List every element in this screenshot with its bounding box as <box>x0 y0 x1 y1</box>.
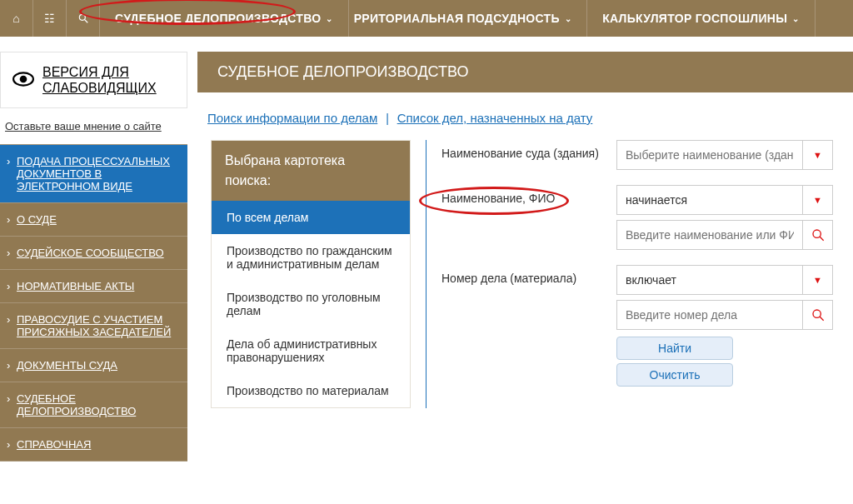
sidebar-item-regulations[interactable]: НОРМАТИВНЫЕ АКТЫ <box>0 269 187 302</box>
card-index-panel: Выбрана картотека поиска: По всем делам … <box>211 140 411 408</box>
chevron-down-icon: ⌄ <box>565 14 571 23</box>
top-nav: ⌂ ☷ СУДЕБНОЕ ДЕЛОПРОИЗВОДСТВО ⌄ РРИТОРИА… <box>0 0 853 37</box>
svg-point-6 <box>813 310 821 317</box>
card-index-heading: Выбрана картотека поиска: <box>212 141 410 201</box>
field-label: Номер дела (материала) <box>441 265 616 285</box>
links-row: Поиск информации по делам | Список дел, … <box>187 92 853 140</box>
link-search-cases[interactable]: Поиск информации по делам <box>207 111 377 125</box>
case-number-input-box <box>616 300 833 330</box>
left-column: ВЕРСИЯ ДЛЯ СЛАБОВИДЯЩИХ Оставьте ваше мн… <box>0 37 187 462</box>
nav-label: СУДЕБНОЕ ДЕЛОПРОИЗВОДСТВО <box>115 12 321 25</box>
party-name-input-box <box>616 220 833 250</box>
nav-fee-calculator[interactable]: КАЛЬКУЛЯТОР ГОСПОШЛИНЫ ⌄ <box>587 0 815 37</box>
card-item-admin-offences[interactable]: Дела об административных правонарушениях <box>212 327 410 374</box>
field-court-name: Наименование суда (здания) <box>441 140 833 175</box>
svg-point-3 <box>20 75 27 82</box>
eye-icon <box>12 70 34 91</box>
chevron-down-icon: ⌄ <box>792 14 799 23</box>
card-item-criminal[interactable]: Производство по уголовным делам <box>212 281 410 327</box>
card-index-list: По всем делам Производство по граждански… <box>212 201 410 407</box>
link-list-by-date[interactable]: Список дел, назначенных на дату <box>397 111 593 125</box>
party-match-mode-select[interactable]: начинается <box>616 185 833 215</box>
sidebar-item-court-proceedings[interactable]: СУДЕБНОЕ ДЕЛОПРОИЗВОДСТВО <box>0 382 187 427</box>
sidebar: ПОДАЧА ПРОЦЕССУАЛЬНЫХ ДОКУМЕНТОВ В ЭЛЕКТ… <box>0 144 187 462</box>
sidebar-item-jury[interactable]: ПРАВОСУДИЕ С УЧАСТИЕМ ПРИСЯЖНЫХ ЗАСЕДАТЕ… <box>0 302 187 348</box>
search-icon[interactable] <box>802 301 832 329</box>
accessibility-block[interactable]: ВЕРСИЯ ДЛЯ СЛАБОВИДЯЩИХ <box>0 52 187 108</box>
nav-territorial[interactable]: РРИТОРИАЛЬНАЯ ПОДСУДНОСТЬ ⌄ <box>349 0 587 37</box>
separator: | <box>386 112 389 125</box>
field-label: Наименование, ФИО <box>441 185 616 205</box>
court-name-select[interactable] <box>616 140 833 170</box>
chevron-down-icon: ⌄ <box>326 14 332 23</box>
sitemap-icon[interactable]: ☷ <box>33 0 67 37</box>
search-icon[interactable] <box>802 221 832 249</box>
find-button[interactable]: Найти <box>616 337 733 360</box>
sidebar-item-reference[interactable]: СПРАВОЧНАЯ <box>0 427 187 462</box>
case-number-input[interactable] <box>617 301 802 329</box>
search-icon[interactable] <box>67 0 100 37</box>
card-item-materials[interactable]: Производство по материалам <box>212 374 410 407</box>
svg-line-1 <box>84 20 87 23</box>
case-match-mode-select[interactable]: включает <box>616 265 833 295</box>
sidebar-item-about-court[interactable]: О СУДЕ <box>0 202 187 236</box>
sidebar-item-court-docs[interactable]: ДОКУМЕНТЫ СУДА <box>0 348 187 382</box>
svg-line-5 <box>820 237 824 241</box>
button-group: Найти Очистить <box>616 337 833 387</box>
feedback-link[interactable]: Оставьте ваше мнение о сайте <box>5 120 162 132</box>
card-item-civil-admin[interactable]: Производство по гражданским и администра… <box>212 234 410 281</box>
field-case-number: Номер дела (материала) включает <box>441 265 833 390</box>
sidebar-item-judicial-community[interactable]: СУДЕЙСКОЕ СООБЩЕСТВО <box>0 236 187 269</box>
clear-button[interactable]: Очистить <box>616 363 733 387</box>
card-item-all-cases[interactable]: По всем делам <box>212 201 410 234</box>
svg-point-4 <box>813 230 821 237</box>
home-icon[interactable]: ⌂ <box>0 0 33 37</box>
match-mode-value: включает <box>617 266 802 294</box>
dropdown-arrow-icon[interactable] <box>802 186 832 214</box>
search-form: Выбрана картотека поиска: По всем делам … <box>187 140 853 408</box>
page-title: СУДЕБНОЕ ДЕЛОПРОИЗВОДСТВО <box>197 52 853 92</box>
fields-column: Наименование суда (здания) Наименование,… <box>441 140 853 408</box>
dropdown-arrow-icon[interactable] <box>802 141 832 169</box>
dropdown-arrow-icon[interactable] <box>802 266 832 294</box>
svg-point-0 <box>79 14 85 20</box>
accessibility-link[interactable]: ВЕРСИЯ ДЛЯ СЛАБОВИДЯЩИХ <box>42 64 157 96</box>
field-label: Наименование суда (здания) <box>441 140 616 160</box>
svg-line-7 <box>820 317 824 321</box>
match-mode-value: начинается <box>617 186 802 214</box>
party-name-input[interactable] <box>617 221 802 249</box>
vertical-divider <box>426 140 426 408</box>
nav-label: РРИТОРИАЛЬНАЯ ПОДСУДНОСТЬ <box>354 12 560 25</box>
sidebar-item-e-filing[interactable]: ПОДАЧА ПРОЦЕССУАЛЬНЫХ ДОКУМЕНТОВ В ЭЛЕКТ… <box>0 144 187 202</box>
nav-label: КАЛЬКУЛЯТОР ГОСПОШЛИНЫ <box>602 12 787 25</box>
main-content: СУДЕБНОЕ ДЕЛОПРОИЗВОДСТВО Поиск информац… <box>187 37 853 462</box>
nav-court-proceedings[interactable]: СУДЕБНОЕ ДЕЛОПРОИЗВОДСТВО ⌄ <box>100 0 349 37</box>
field-party-name: Наименование, ФИО начинается <box>441 185 833 255</box>
court-name-input[interactable] <box>617 141 802 169</box>
